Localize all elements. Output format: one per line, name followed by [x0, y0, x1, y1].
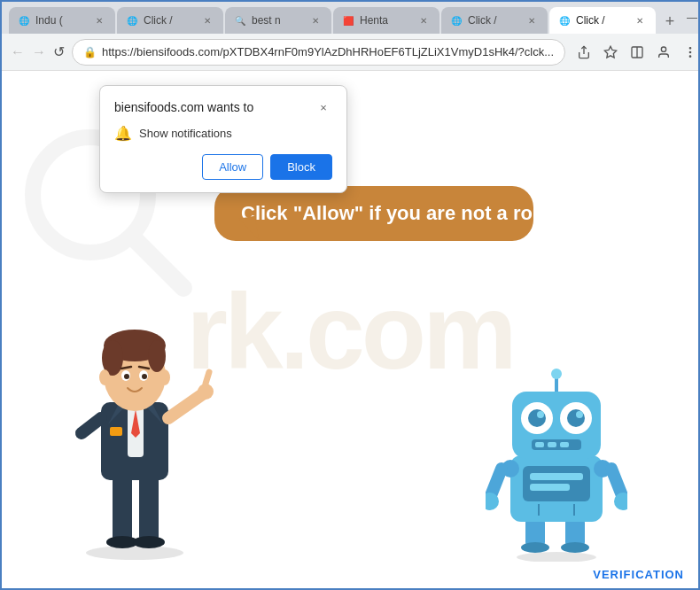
new-tab-button[interactable]: +: [657, 9, 682, 34]
verification-badge: VERIFICATION: [593, 568, 684, 581]
svg-line-21: [168, 393, 204, 418]
url-text: https://biensifoods.com/pXTDBX4rnF0m9YlA…: [102, 45, 554, 58]
tab-1-label: Indu (: [35, 14, 63, 27]
tab-3-favicon: 🔍: [234, 14, 246, 27]
notification-label: Show notifications: [139, 127, 232, 140]
svg-point-59: [537, 411, 544, 418]
tab-4[interactable]: 🟥 Henta ✕: [333, 7, 439, 34]
svg-point-31: [124, 374, 129, 379]
tab-5-label: Click /: [468, 14, 497, 27]
svg-point-4: [661, 47, 665, 51]
svg-point-6: [689, 51, 690, 52]
svg-point-40: [521, 542, 549, 553]
tab-1-favicon: 🌐: [18, 14, 30, 27]
bookmark-icon[interactable]: [599, 41, 622, 64]
url-bar[interactable]: 🔒 https://biensifoods.com/pXTDBX4rnF0m9Y…: [72, 39, 565, 66]
tab-2-favicon: 🌐: [126, 14, 138, 27]
tab-5-favicon: 🌐: [450, 14, 463, 27]
profile-icon[interactable]: [652, 41, 675, 64]
refresh-button[interactable]: ↺: [53, 40, 65, 65]
bell-icon: 🔔: [114, 125, 132, 142]
svg-point-37: [517, 552, 596, 562]
tab-6[interactable]: 🌐 Click / ✕: [549, 7, 656, 34]
tab-6-close[interactable]: ✕: [633, 13, 647, 27]
address-actions: [572, 41, 700, 64]
tab-1-close[interactable]: ✕: [92, 13, 106, 27]
tab-2-close[interactable]: ✕: [200, 13, 214, 27]
forward-button[interactable]: →: [32, 40, 46, 65]
tab-6-label: Click /: [576, 14, 605, 27]
svg-line-23: [206, 372, 209, 384]
tab-6-favicon: 🌐: [558, 14, 571, 27]
svg-point-28: [148, 340, 166, 372]
svg-marker-1: [604, 46, 616, 58]
split-icon[interactable]: [626, 41, 649, 64]
block-button[interactable]: Block: [270, 154, 332, 180]
svg-point-5: [689, 47, 690, 48]
tab-4-label: Henta: [360, 14, 388, 27]
svg-point-10: [86, 546, 183, 560]
menu-icon[interactable]: [679, 41, 700, 64]
popup-close-button[interactable]: ×: [315, 98, 332, 116]
tab-5[interactable]: 🌐 Click / ✕: [441, 7, 548, 34]
svg-point-36: [159, 369, 170, 385]
allow-button[interactable]: Allow: [202, 154, 263, 180]
svg-rect-20: [110, 427, 122, 436]
popup-title: biensifoods.com wants to: [114, 100, 253, 114]
tab-2-label: Click /: [144, 14, 173, 27]
svg-point-35: [99, 369, 110, 385]
svg-rect-45: [530, 484, 570, 491]
person-illustration: [55, 278, 223, 565]
minimize-button[interactable]: —: [686, 12, 698, 24]
popup-notification-row: 🔔 Show notifications: [114, 125, 332, 142]
speech-bubble: Click "Allow" if you are not a robot: [214, 186, 533, 241]
svg-point-54: [551, 369, 562, 379]
svg-rect-64: [560, 442, 569, 447]
speech-text: Click "Allow" if you are not a robot: [241, 202, 563, 224]
tab-2[interactable]: 🌐 Click / ✕: [117, 7, 223, 34]
tab-5-close[interactable]: ✕: [525, 13, 539, 27]
popup-header: biensifoods.com wants to ×: [114, 98, 332, 116]
svg-point-7: [689, 56, 690, 57]
svg-rect-11: [113, 473, 132, 544]
tabs-area: 🌐 Indu ( ✕ 🌐 Click / ✕ 🔍 best n ✕ 🟥 Hent…: [9, 2, 682, 34]
svg-rect-63: [548, 442, 556, 447]
watermark-text: rk.com: [186, 270, 514, 392]
svg-point-41: [561, 542, 589, 553]
tab-4-close[interactable]: ✕: [416, 13, 431, 27]
tab-4-favicon: 🟥: [342, 14, 354, 27]
svg-rect-62: [535, 442, 544, 447]
tab-3-label: best n: [252, 14, 281, 27]
robot-illustration: [486, 367, 627, 565]
title-bar: 🌐 Indu ( ✕ 🌐 Click / ✕ 🔍 best n ✕ 🟥 Hent…: [2, 2, 698, 34]
tab-3[interactable]: 🔍 best n ✕: [225, 7, 331, 34]
back-button[interactable]: ←: [11, 40, 25, 65]
svg-line-24: [82, 418, 101, 433]
svg-point-60: [576, 411, 583, 418]
tab-3-close[interactable]: ✕: [308, 13, 323, 27]
tabs-container: 🌐 Indu ( ✕ 🌐 Click / ✕ 🔍 best n ✕ 🟥 Hent…: [9, 2, 682, 34]
svg-rect-12: [139, 473, 159, 544]
window-controls: — ⬜ ✕: [686, 12, 700, 24]
main-content: rk.com biensifoods.com wants to × 🔔 Show…: [2, 71, 698, 590]
notification-popup: biensifoods.com wants to × 🔔 Show notifi…: [99, 85, 347, 193]
svg-rect-44: [530, 473, 583, 480]
svg-point-57: [528, 409, 546, 427]
lock-icon: 🔒: [83, 46, 97, 58]
svg-point-14: [133, 536, 165, 548]
svg-point-58: [567, 409, 585, 427]
address-bar: ← → ↺ 🔒 https://biensifoods.com/pXTDBX4r…: [2, 34, 698, 71]
popup-buttons: Allow Block: [114, 154, 332, 180]
share-icon[interactable]: [572, 41, 595, 64]
svg-point-32: [142, 374, 147, 379]
tab-1[interactable]: 🌐 Indu ( ✕: [9, 7, 115, 34]
